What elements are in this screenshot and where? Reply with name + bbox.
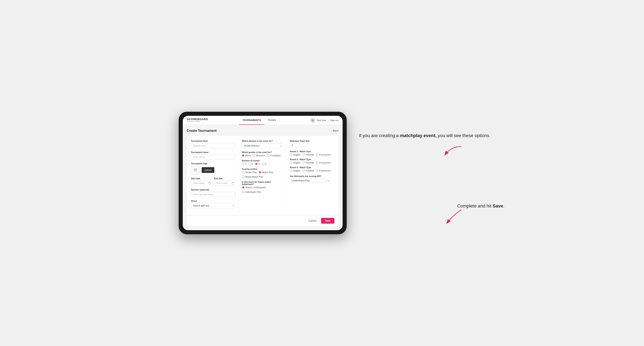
form-footer: Cancel Save — [187, 215, 338, 226]
round3-singles-label: Singles — [293, 170, 300, 172]
teams-group: Is this event for Teams and/or Individua… — [242, 181, 283, 193]
gender-combined-label: Combined — [270, 154, 280, 157]
medal-match-play-radio[interactable] — [242, 175, 244, 178]
gender-womens-radio[interactable] — [253, 154, 255, 157]
brand-area: SCOREBOARD Powered by clippit — [187, 118, 208, 123]
round-3-label: 3 — [258, 163, 260, 165]
round-3-radio[interactable] — [255, 163, 258, 165]
round2-foursomes-option[interactable]: Foursomes — [316, 162, 330, 164]
individuals-only-option[interactable]: Individuals Only — [242, 191, 261, 193]
round1-singles-option[interactable]: Singles — [290, 154, 300, 156]
cancel-button[interactable]: Cancel — [306, 218, 319, 224]
save-button[interactable]: Save — [321, 218, 334, 224]
brand-title: SCOREBOARD — [187, 118, 208, 121]
annotations-area: If you are creating a matchplay event, y… — [359, 112, 466, 226]
top-nav: SCOREBOARD Powered by clippit TOURNAMENT… — [183, 116, 342, 125]
end-date-label: End date — [214, 177, 235, 180]
sponsor-input[interactable] — [191, 192, 235, 197]
round-1-option[interactable]: 1 — [242, 163, 246, 165]
round-2-option[interactable]: 2 — [248, 163, 253, 165]
max-team-size-input[interactable] — [290, 143, 300, 148]
stroke-play-radio[interactable] — [242, 171, 244, 173]
round1-fourball-option[interactable]: Fourball — [302, 154, 314, 156]
round2-fourball-radio[interactable] — [302, 162, 305, 164]
round1-singles-radio[interactable] — [290, 154, 292, 156]
api-select-wrapper[interactable]: Leaderboard King ✕ ▾ — [290, 178, 331, 183]
division-group: Which division is the event for? NCAA Di… — [242, 140, 283, 148]
top-arrow-svg — [441, 145, 466, 157]
round-3-option[interactable]: 3 — [255, 163, 260, 165]
sponsor-group: Sponsor (optional) — [191, 189, 235, 197]
individuals-label-text: Individuals Only — [245, 191, 261, 193]
tab-tournaments[interactable]: TOURNAMENTS — [239, 116, 264, 125]
individuals-radio[interactable] — [242, 191, 244, 193]
round2-fourball-label: Fourball — [306, 162, 314, 164]
medal-match-play-label: Medal Match Play — [245, 175, 263, 178]
match-play-option[interactable]: Match Play — [259, 171, 273, 173]
page-header: Create Tournament ‹ Back — [187, 129, 338, 133]
bottom-arrow-svg — [445, 209, 466, 225]
top-arrow — [441, 145, 466, 158]
gender-combined-option[interactable]: Combined — [267, 154, 280, 157]
bottom-arrow — [445, 209, 466, 226]
gender-womens-option[interactable]: Womens — [253, 154, 265, 157]
round-1-radio[interactable] — [242, 163, 244, 165]
round3-fourball-option[interactable]: Fourball — [302, 170, 314, 172]
max-team-size-group: Maximum Team Size — [290, 140, 331, 148]
api-clear-x-icon[interactable]: ✕ — [326, 179, 328, 182]
round1-foursomes-option[interactable]: Foursomes — [316, 154, 330, 156]
round1-foursomes-radio[interactable] — [316, 154, 318, 156]
annotation-top-group: If you are creating a matchplay event, y… — [359, 132, 466, 158]
gender-mens-option[interactable]: Mens — [242, 154, 251, 157]
nav-right: Test User | Sign out — [310, 118, 338, 123]
svg-point-0 — [312, 119, 313, 120]
nav-tabs: TOURNAMENTS TEAMS — [239, 116, 279, 125]
teams-radio[interactable] — [242, 186, 244, 189]
division-select[interactable]: NCAA Division I — [242, 143, 283, 148]
api-dropdown-icon[interactable]: ▾ — [328, 179, 329, 182]
upload-button[interactable]: Upload — [202, 167, 214, 173]
round3-match-type-section: Round 3 - Match Type Singles Fourball — [290, 166, 331, 172]
round2-singles-option[interactable]: Singles — [290, 162, 300, 164]
tournament-host-label: Tournament Host — [191, 140, 235, 142]
user-name: Test User — [317, 119, 326, 122]
round3-fourball-radio[interactable] — [302, 170, 305, 172]
round2-foursomes-radio[interactable] — [316, 162, 318, 164]
user-avatar — [310, 118, 315, 123]
form-grid: Tournament Host Tournament name Tourname… — [187, 136, 338, 215]
medal-match-play-option[interactable]: Medal Match Play — [242, 175, 263, 178]
annotation-bottom-text: Complete and hit Save. — [359, 202, 504, 209]
round3-singles-option[interactable]: Singles — [290, 170, 300, 172]
tournament-host-input[interactable] — [191, 143, 235, 148]
teams-individuals-option[interactable]: Teams (+Individuals) — [242, 186, 266, 189]
annotation-bottom-text-wrapper: Complete and hit Save. — [359, 202, 504, 209]
round2-match-type-section: Round 2 - Match Type Singles Fourball — [290, 158, 331, 164]
round2-fourball-option[interactable]: Fourball — [302, 162, 314, 164]
sign-out-link[interactable]: Sign out — [330, 119, 338, 122]
round3-foursomes-option[interactable]: Foursomes — [316, 170, 330, 172]
round-2-label: 2 — [252, 163, 253, 165]
round3-singles-radio[interactable] — [290, 170, 292, 172]
round-4-option[interactable]: 4 — [262, 163, 266, 165]
api-label: Use third-party live scoring API? — [290, 175, 331, 177]
back-button[interactable]: ‹ Back — [331, 129, 338, 132]
match-play-radio[interactable] — [259, 171, 261, 173]
api-select-text: Leaderboard King — [292, 179, 310, 182]
round-2-radio[interactable] — [248, 163, 251, 165]
gender-mens-radio[interactable] — [242, 154, 244, 157]
tournament-name-input[interactable] — [191, 154, 235, 160]
gender-group: Which gender is the event for? Mens Wome… — [242, 151, 283, 157]
tab-teams[interactable]: TEAMS — [264, 116, 279, 125]
round1-foursomes-label: Foursomes — [319, 154, 330, 156]
venue-select[interactable]: Search golf club — [191, 203, 235, 208]
stroke-play-option[interactable]: Stroke Play — [242, 171, 257, 173]
gender-combined-radio[interactable] — [267, 154, 270, 157]
round3-foursomes-radio[interactable] — [316, 170, 318, 172]
division-select-wrapper: NCAA Division I — [242, 143, 283, 148]
round1-fourball-radio[interactable] — [302, 154, 305, 156]
round-4-radio[interactable] — [262, 163, 264, 165]
round2-singles-radio[interactable] — [290, 162, 292, 164]
content-area: Create Tournament ‹ Back Tournament Host — [183, 125, 342, 230]
tournament-logo-group: Tournament logo Upload — [191, 163, 235, 174]
scoring-radio-group: Stroke Play Match Play Medal Match Play — [242, 171, 283, 178]
